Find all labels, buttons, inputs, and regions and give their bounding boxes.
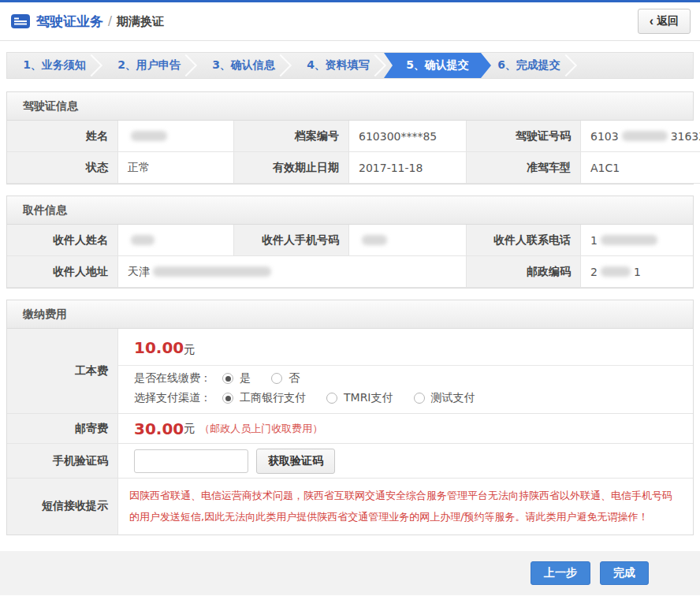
finish-button[interactable]: 完成 (600, 561, 649, 585)
breadcrumb-current: 期满换证 (117, 14, 164, 29)
mail-fee-cell: 30.00元 （邮政人员上门收取费用） (118, 414, 693, 444)
recipient-phone-value: 1 (581, 225, 693, 256)
valid-until-label: 有效期止日期 (234, 152, 349, 184)
redacted-recipient-mobile (362, 235, 387, 245)
recipient-address-prefix: 天津 (128, 265, 150, 279)
postal-code-label: 邮政编码 (467, 256, 581, 288)
valid-until-value: 2017-11-18 (349, 152, 467, 184)
mail-fee-label: 邮寄费 (7, 414, 118, 444)
step-item-4[interactable]: 4、资料填写 (291, 53, 385, 78)
step-bar-filler (576, 53, 693, 78)
page-header: 驾驶证业务 / 期满换证 ‹ 返回 (0, 0, 700, 41)
redacted-recipient-address (153, 266, 271, 277)
online-pay-option-yes[interactable]: 是 (222, 371, 251, 386)
production-fee-amount: 10.00 (134, 338, 184, 357)
recipient-address-value: 天津 (118, 256, 467, 288)
redacted-name (131, 131, 167, 141)
online-pay-yes-label: 是 (240, 371, 251, 386)
channel-option-test[interactable]: 测试支付 (414, 391, 475, 405)
pickup-info-panel: 取件信息 收件人姓名 收件人手机号码 收件人联系电话 1 收件人地址 天津 邮政… (6, 196, 694, 289)
license-info-title: 驾驶证信息 (7, 92, 693, 121)
production-fee-cell: 10.00元 是否在线缴费： 是 否 选择支付渠道： (118, 329, 693, 414)
license-no-value: 6103 3163X (581, 121, 700, 152)
file-no-value: 610300****85 (349, 121, 467, 152)
name-value (118, 121, 234, 152)
breadcrumb-separator: / (108, 14, 112, 28)
mail-fee-note: （邮政人员上门收取费用） (199, 422, 322, 436)
radio-unselected-icon[interactable] (271, 373, 282, 384)
pay-channel-row: 选择支付渠道： 工商银行支付 TMRI支付 测试支付 (118, 386, 693, 413)
redacted-license-no (622, 131, 668, 141)
back-button[interactable]: ‹ 返回 (638, 9, 691, 34)
online-pay-no-label: 否 (289, 371, 300, 386)
pickup-info-table: 收件人姓名 收件人手机号码 收件人联系电话 1 收件人地址 天津 邮政编码 2 … (7, 225, 693, 288)
license-no-prefix: 6103 (590, 130, 619, 143)
footer-action-bar: 上一步 完成 (0, 551, 700, 595)
channel-option-icbc[interactable]: 工商银行支付 (222, 391, 306, 405)
sms-code-cell: 获取验证码 (118, 444, 693, 479)
radio-selected-icon[interactable] (222, 393, 233, 404)
pickup-info-title: 取件信息 (7, 196, 693, 225)
sms-tip-cell: 因陕西省联通、电信运营商技术问题，陕西省互联网交通安全综合服务管理平台无法向持陕… (118, 479, 693, 535)
vehicle-class-label: 准驾车型 (467, 152, 581, 184)
sms-tip-label: 短信接收提示 (7, 479, 118, 535)
license-no-label: 驾驶证号码 (467, 121, 581, 152)
license-info-table: 姓名 档案编号 610300****85 驾驶证号码 6103 3163X 状态… (7, 121, 693, 184)
pay-channel-question: 选择支付渠道： (134, 391, 211, 405)
license-no-suffix: 3163X (671, 130, 700, 143)
radio-unselected-icon[interactable] (326, 393, 337, 404)
back-button-label: 返回 (657, 14, 679, 28)
mail-fee-amount: 30.00 (134, 419, 184, 438)
step-item-6[interactable]: 6、完成提交 (482, 53, 576, 78)
page-title: 驾驶证业务 (36, 13, 103, 31)
radio-unselected-icon[interactable] (414, 393, 425, 404)
step-item-2[interactable]: 2、用户申告 (102, 53, 196, 78)
mail-fee-unit: 元 (184, 422, 195, 436)
payment-panel: 缴纳费用 工本费 10.00元 是否在线缴费： 是 否 (6, 300, 694, 535)
channel-icbc-label: 工商银行支付 (240, 391, 306, 405)
online-pay-row: 是否在线缴费： 是 否 (118, 366, 693, 386)
payment-title: 缴纳费用 (7, 300, 693, 329)
sms-code-label: 手机验证码 (7, 444, 118, 479)
recipient-mobile-value (349, 225, 467, 256)
channel-tmri-label: TMRI支付 (344, 391, 393, 405)
sms-code-input[interactable] (134, 449, 248, 473)
vehicle-class-value: A1C1 (581, 152, 700, 184)
status-value: 正常 (118, 152, 234, 184)
step-item-5-active[interactable]: 5、确认提交 (384, 53, 491, 78)
recipient-mobile-label: 收件人手机号码 (234, 225, 349, 256)
name-label: 姓名 (7, 121, 118, 152)
recipient-address-label: 收件人地址 (7, 256, 118, 288)
postal-code-suffix: 1 (634, 266, 641, 278)
postal-code-value: 2 1 (581, 256, 693, 288)
step-item-3[interactable]: 3、确认信息 (196, 53, 291, 78)
status-label: 状态 (7, 152, 118, 184)
redacted-recipient-phone (601, 235, 657, 245)
sms-tip-text: 因陕西省联通、电信运营商技术问题，陕西省互联网交通安全综合服务管理平台无法向持陕… (118, 479, 693, 535)
postal-code-prefix: 2 (590, 266, 598, 278)
recipient-name-value (118, 225, 234, 256)
recipient-phone-prefix: 1 (590, 234, 598, 247)
online-pay-option-no[interactable]: 否 (271, 371, 300, 386)
production-fee-amount-line: 10.00元 (118, 329, 693, 366)
redacted-recipient-name (131, 235, 155, 245)
recipient-name-label: 收件人姓名 (7, 225, 118, 256)
get-code-button[interactable]: 获取验证码 (256, 449, 335, 474)
step-item-1[interactable]: 1、业务须知 (7, 53, 102, 78)
file-no-label: 档案编号 (234, 121, 349, 152)
channel-test-label: 测试支付 (431, 391, 475, 405)
radio-selected-icon[interactable] (222, 373, 233, 384)
recipient-phone-label: 收件人联系电话 (467, 225, 581, 256)
license-business-icon (11, 14, 30, 28)
online-pay-question: 是否在线缴费： (134, 371, 211, 386)
step-wizard: 1、业务须知 2、用户申告 3、确认信息 4、资料填写 5、确认提交 6、完成提… (6, 52, 694, 79)
back-chevron-icon: ‹ (650, 15, 653, 28)
production-fee-unit: 元 (184, 343, 195, 356)
production-fee-label: 工本费 (7, 329, 118, 414)
channel-option-tmri[interactable]: TMRI支付 (326, 391, 393, 405)
redacted-postal-code (601, 266, 631, 277)
license-info-panel: 驾驶证信息 姓名 档案编号 610300****85 驾驶证号码 6103 31… (6, 91, 694, 184)
previous-step-button[interactable]: 上一步 (531, 561, 590, 585)
payment-table: 工本费 10.00元 是否在线缴费： 是 否 (7, 329, 693, 535)
